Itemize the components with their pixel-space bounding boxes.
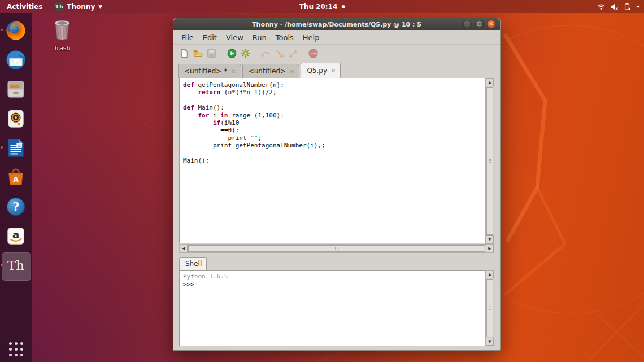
scroll-up-icon[interactable]: ▲	[486, 271, 494, 278]
dock-item-amazon[interactable]: a	[0, 225, 32, 248]
editor-horizontal-scrollbar[interactable]: ◀ ▶	[179, 244, 494, 253]
close-tab-icon[interactable]: ✕	[331, 68, 336, 74]
svg-text:STOP: STOP	[310, 52, 316, 55]
tab-label: <untitled>	[249, 67, 286, 75]
code-line: print "";	[183, 134, 485, 142]
thunderbird-icon	[5, 49, 27, 72]
dock-item-help[interactable]: ?	[0, 196, 32, 219]
menu-run[interactable]: Run	[248, 32, 271, 43]
scroll-down-icon[interactable]: ▼	[486, 338, 494, 346]
close-tab-icon[interactable]: ✕	[290, 68, 294, 75]
top-bar: Activities Th Thonny ▼ Thu 20:14	[0, 0, 644, 13]
stop-icon: STOP	[308, 49, 318, 58]
tab-shell[interactable]: Shell	[179, 257, 207, 270]
thonny-icon: Th	[5, 255, 27, 277]
dock-item-ubuntu-software[interactable]: A	[0, 167, 32, 189]
scroll-right-icon[interactable]: ▶	[486, 245, 494, 252]
editor-hscroll-thumb[interactable]	[188, 245, 485, 252]
code-editor[interactable]: def getPentagonalNumber(n): return (n*(3…	[179, 78, 485, 243]
dock-item-thunderbird[interactable]	[0, 49, 32, 72]
menu-help[interactable]: Help	[298, 32, 324, 43]
libreoffice-writer-icon	[5, 137, 27, 160]
window-controls: −▢✕	[463, 20, 495, 28]
editor-code: def getPentagonalNumber(n): return (n*(3…	[180, 78, 485, 164]
window-titlebar[interactable]: Thonny - /home/swap/Documents/Q5.py @ 10…	[173, 18, 500, 30]
step-out-button[interactable]	[286, 47, 299, 60]
menu-view[interactable]: View	[221, 32, 248, 43]
focused-app-label: Thonny	[67, 3, 95, 11]
menu-edit[interactable]: Edit	[198, 32, 221, 43]
save-file-icon	[207, 49, 216, 58]
step-over-icon	[261, 49, 271, 58]
files-icon	[5, 78, 27, 101]
debug-script-button[interactable]	[239, 47, 251, 60]
shell-line: >>>	[183, 281, 485, 289]
scroll-left-icon[interactable]: ◀	[180, 245, 188, 252]
shell-tabstrip: Shell	[179, 258, 208, 270]
wifi-icon	[597, 3, 605, 10]
close-tab-icon[interactable]: ✕	[231, 68, 236, 75]
step-over-button[interactable]	[259, 47, 272, 60]
code-line: Main();	[183, 157, 485, 164]
scroll-up-icon[interactable]: ▲	[486, 78, 494, 86]
debug-script-icon	[241, 49, 250, 58]
running-indicator-dot	[1, 29, 3, 31]
ubuntu-software-icon: A	[5, 167, 27, 189]
svg-text:?: ?	[12, 200, 19, 213]
dock-item-files[interactable]	[0, 78, 32, 101]
trash-label: Trash	[47, 45, 77, 52]
scroll-down-icon[interactable]: ▼	[486, 235, 494, 243]
code-line	[183, 150, 485, 157]
code-line: ==0):	[183, 127, 485, 134]
dock-item-thonny[interactable]: Th	[0, 255, 32, 277]
menu-file[interactable]: File	[177, 32, 198, 43]
editor-vertical-scrollbar[interactable]: ▲ ▼	[485, 78, 494, 244]
tab-q5.py[interactable]: Q5.py✕	[301, 63, 341, 78]
svg-text:A: A	[13, 176, 19, 184]
svg-text:Th: Th	[7, 258, 24, 273]
dock-item-libreoffice-writer[interactable]	[0, 137, 32, 160]
step-into-button[interactable]	[273, 47, 285, 60]
focused-app-menu[interactable]: Th Thonny ▼	[49, 0, 108, 13]
running-indicator-dot	[1, 264, 3, 266]
chevron-down-icon: ▼	[98, 4, 102, 10]
activities-button[interactable]: Activities	[0, 0, 49, 13]
editor-vscroll-thumb[interactable]	[486, 87, 493, 235]
thonny-icon: Th	[55, 2, 63, 11]
system-status-menu[interactable]	[597, 0, 641, 13]
minimize-button[interactable]: −	[463, 20, 472, 28]
shell-vertical-scrollbar[interactable]: ▲ ▼	[485, 270, 494, 346]
dock-item-firefox[interactable]	[0, 20, 32, 42]
clock-menu[interactable]: Thu 20:14	[299, 0, 345, 13]
trash-desktop-icon[interactable]: Trash	[47, 19, 77, 52]
show-applications-button[interactable]	[0, 339, 32, 359]
close-button[interactable]: ✕	[487, 20, 495, 28]
code-line: print getPentagonalNumber(i),;	[183, 142, 485, 149]
tab-untitled[interactable]: <untitled>✕	[242, 64, 300, 78]
stop-button[interactable]: STOP	[307, 47, 319, 60]
notification-dot-icon	[341, 5, 345, 8]
step-out-icon	[288, 49, 298, 58]
open-file-icon	[193, 49, 203, 58]
shell-vscroll-thumb[interactable]	[486, 279, 493, 337]
code-line	[183, 97, 485, 104]
help-icon: ?	[5, 196, 27, 219]
save-file-button[interactable]	[205, 47, 217, 60]
new-file-button[interactable]	[178, 47, 190, 60]
maximize-button[interactable]: ▢	[475, 20, 484, 28]
shell-output: Python 3.6.5>>>	[180, 271, 485, 289]
rhythmbox-icon	[5, 108, 27, 130]
trash-icon	[52, 19, 72, 41]
menubar: FileEditViewRunToolsHelp	[173, 30, 500, 45]
tab-untitled[interactable]: <untitled> *✕	[178, 64, 241, 78]
run-script-button[interactable]	[225, 47, 238, 60]
shell-line: Python 3.6.5	[183, 273, 485, 281]
svg-text:a: a	[12, 229, 19, 241]
open-file-button[interactable]	[192, 47, 204, 60]
code-line: if(i%10	[183, 119, 485, 127]
shell-pane[interactable]: Python 3.6.5>>>	[179, 270, 485, 346]
menu-tools[interactable]: Tools	[271, 32, 298, 43]
clock-label: Thu 20:14	[299, 3, 338, 11]
window-title: Thonny - /home/swap/Documents/Q5.py @ 10…	[173, 21, 500, 28]
dock-item-rhythmbox[interactable]	[0, 108, 32, 130]
